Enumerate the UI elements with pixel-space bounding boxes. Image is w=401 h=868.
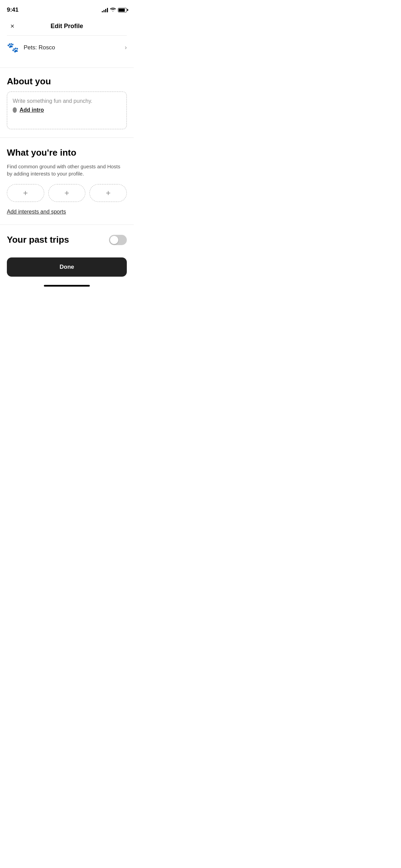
what-youre-into-section: What you're into Find common ground with… <box>0 138 134 216</box>
signal-icon <box>102 8 108 12</box>
about-placeholder: Write something fun and punchy. <box>13 98 121 104</box>
battery-icon <box>118 8 127 12</box>
interest-chips-row: + + + <box>7 184 127 202</box>
status-time: 9:41 <box>7 7 19 13</box>
done-button[interactable]: Done <box>7 257 127 277</box>
status-icons <box>102 7 127 13</box>
interest-chip-1[interactable]: + <box>7 184 44 202</box>
close-button[interactable]: × <box>7 21 18 32</box>
header-title: Edit Profile <box>50 23 83 30</box>
past-trips-title: Your past trips <box>7 234 69 245</box>
toggle-thumb <box>110 236 118 244</box>
wifi-icon <box>110 7 116 13</box>
into-description: Find common ground with other guests and… <box>7 163 127 177</box>
pets-row[interactable]: 🐾 Pets: Rosco › <box>0 36 134 59</box>
edit-profile-header: × Edit Profile <box>0 17 134 35</box>
add-interests-link[interactable]: Add interests and sports <box>7 209 66 215</box>
home-bar <box>44 285 90 287</box>
pets-label: Pets: Rosco <box>24 44 125 51</box>
past-trips-toggle[interactable] <box>109 235 127 245</box>
interest-chip-3[interactable]: + <box>89 184 127 202</box>
into-section-title: What you're into <box>7 147 127 158</box>
home-indicator <box>0 282 134 291</box>
done-button-container: Done <box>0 252 134 282</box>
status-bar: 9:41 <box>0 0 134 17</box>
chip-plus-icon-1: + <box>23 188 28 198</box>
past-trips-section: Your past trips <box>0 225 134 245</box>
pets-chevron-icon: › <box>125 44 127 51</box>
cursor-indicator <box>13 107 17 113</box>
about-textarea[interactable]: Write something fun and punchy. Add intr… <box>7 92 127 129</box>
about-you-title: About you <box>7 76 127 87</box>
interest-chip-2[interactable]: + <box>48 184 86 202</box>
pets-icon: 🐾 <box>7 42 19 53</box>
chip-plus-icon-3: + <box>106 188 111 198</box>
add-intro-link[interactable]: Add intro <box>13 107 44 113</box>
about-you-section: About you Write something fun and punchy… <box>0 68 134 129</box>
chip-plus-icon-2: + <box>64 188 69 198</box>
